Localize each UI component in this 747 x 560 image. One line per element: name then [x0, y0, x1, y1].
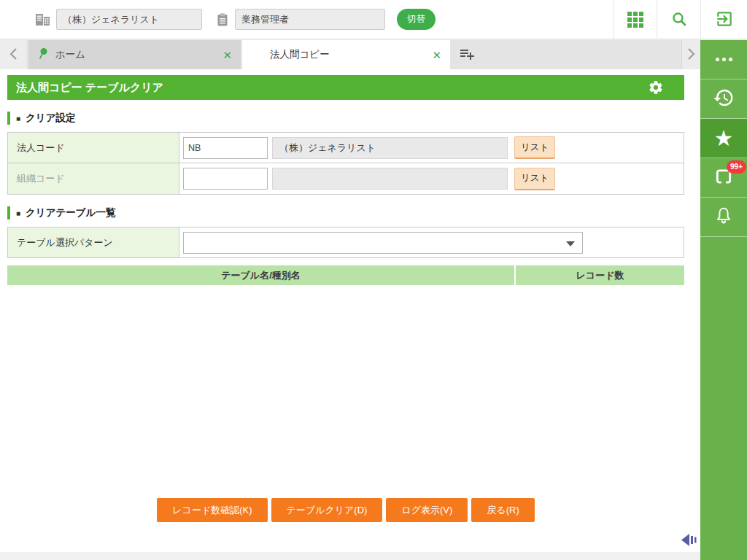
- history-clock-icon: [713, 87, 735, 111]
- check-records-button[interactable]: レコード数確認(K): [157, 498, 267, 522]
- chevron-left-icon: [9, 47, 18, 63]
- sidebar-messages-button[interactable]: 99+: [700, 158, 747, 198]
- sidebar-notifications-button[interactable]: [700, 198, 747, 237]
- notification-badge: 99+: [727, 160, 746, 174]
- page-header: 法人間コピー テーブルクリア: [7, 75, 684, 100]
- section-clear-table-list-label: クリアテーブル一覧: [26, 206, 115, 219]
- dropdown-caret-icon: [566, 241, 575, 246]
- section-clear-settings-label: クリア設定: [26, 112, 75, 125]
- chevron-right-icon: [687, 47, 695, 63]
- apps-grid-button[interactable]: [613, 0, 657, 39]
- new-tab-icon: [458, 45, 476, 65]
- search-icon: [670, 10, 688, 30]
- role-clipboard-icon: [217, 12, 228, 27]
- tab-home[interactable]: ホーム ✕: [28, 40, 241, 69]
- company-input[interactable]: [56, 9, 202, 30]
- table-clear-button[interactable]: テーブルクリア(D): [271, 498, 383, 522]
- pattern-table: テーブル選択パターン: [7, 227, 684, 258]
- tab-scroll-left-button[interactable]: [0, 40, 26, 69]
- org-code-input[interactable]: [183, 168, 268, 190]
- corp-name-field: （株）ジェネラリスト: [272, 137, 508, 159]
- corp-code-label: 法人コード: [8, 133, 179, 163]
- footer-button-bar: レコード数確認(K) テーブルクリア(D) ログ表示(V) 戻る(R): [7, 498, 684, 522]
- top-bar: 切替: [0, 0, 747, 39]
- logout-button[interactable]: [700, 0, 747, 39]
- topbar-icon-group: [613, 0, 747, 39]
- tab-active-label: 法人間コピー: [270, 48, 330, 61]
- org-code-label: 組織コード: [8, 163, 179, 194]
- corp-list-button[interactable]: リスト: [514, 136, 555, 159]
- section-bullet: ■: [16, 209, 20, 217]
- new-tab-button[interactable]: [450, 40, 484, 69]
- back-button[interactable]: 戻る(R): [471, 498, 534, 522]
- section-clear-table-list: ■ クリアテーブル一覧: [7, 206, 684, 219]
- tab-bar: ホーム ✕ 法人間コピー ✕: [0, 40, 700, 69]
- tab-active[interactable]: 法人間コピー ✕: [242, 40, 450, 69]
- org-name-field: [272, 168, 508, 190]
- corp-code-row: 法人コード （株）ジェネラリスト リスト: [8, 133, 684, 163]
- pattern-row: テーブル選択パターン: [8, 228, 684, 257]
- sidebar-history-button[interactable]: [700, 79, 747, 119]
- switch-button[interactable]: 切替: [397, 9, 436, 30]
- org-list-button[interactable]: リスト: [514, 168, 555, 190]
- pattern-select[interactable]: [183, 232, 583, 254]
- right-sidebar: ★ 99+: [700, 40, 747, 560]
- more-ellipsis-icon: [716, 58, 732, 61]
- section-bullet: ■: [16, 114, 20, 122]
- org-code-row: 組織コード リスト: [8, 163, 684, 194]
- pin-icon: [37, 47, 48, 62]
- record-table-header: テーブル名/種別名 レコード数: [7, 265, 684, 285]
- search-button[interactable]: [657, 0, 700, 39]
- tab-home-label: ホーム: [55, 48, 85, 61]
- show-log-button[interactable]: ログ表示(V): [386, 498, 468, 522]
- page-title: 法人間コピー テーブルクリア: [16, 81, 163, 95]
- main-content: 法人間コピー テーブルクリア ■ クリア設定 法人コード （株）ジェネラリスト …: [0, 69, 700, 552]
- logout-icon: [715, 9, 734, 31]
- star-icon: ★: [714, 128, 734, 149]
- sidebar-favorites-button[interactable]: ★: [700, 119, 747, 158]
- close-icon[interactable]: ✕: [432, 50, 441, 61]
- clear-settings-table: 法人コード （株）ジェネラリスト リスト 組織コード リスト: [7, 132, 684, 195]
- section-clear-settings: ■ クリア設定: [7, 112, 684, 125]
- gear-icon[interactable]: [648, 79, 664, 98]
- pattern-label: テーブル選択パターン: [8, 228, 179, 257]
- close-icon[interactable]: ✕: [222, 50, 232, 61]
- company-building-icon: [35, 12, 50, 27]
- column-record-count: レコード数: [516, 265, 684, 285]
- role-input[interactable]: [235, 9, 385, 30]
- collapse-left-arrow-icon[interactable]: [680, 532, 700, 550]
- corp-code-input[interactable]: [183, 137, 268, 159]
- apps-grid-icon: [627, 12, 643, 28]
- sidebar-more-button[interactable]: [700, 40, 747, 79]
- bell-icon: [713, 206, 734, 228]
- column-table-name: テーブル名/種別名: [7, 265, 514, 285]
- tab-scroll-right-button[interactable]: [681, 40, 700, 69]
